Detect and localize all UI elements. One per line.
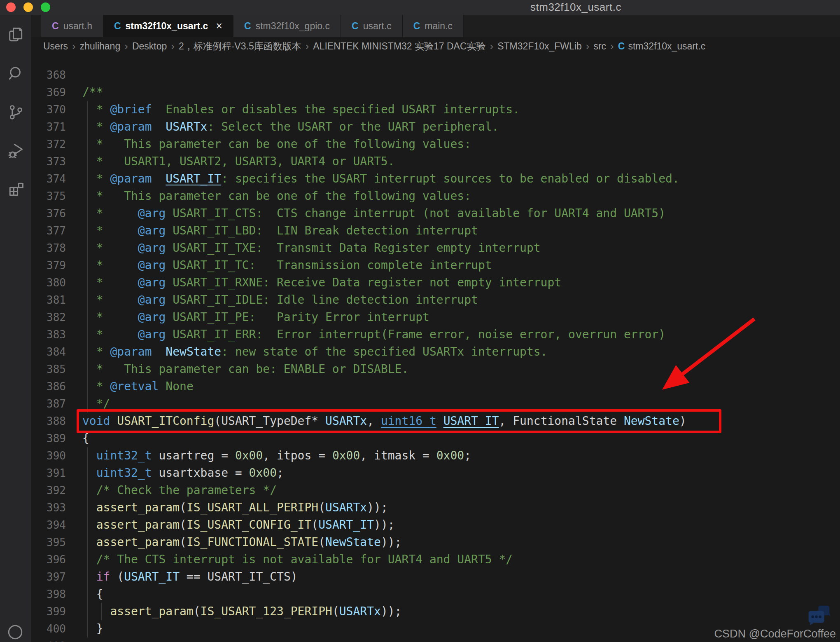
code-line[interactable]: 380 * @arg USART_IT_RXNE: Receive Data r… [31, 274, 840, 291]
code-line[interactable]: 398 { [31, 586, 840, 603]
breadcrumb-item[interactable]: Users [43, 41, 68, 52]
explorer-icon[interactable] [7, 26, 25, 44]
zoom-button[interactable] [41, 2, 50, 12]
source-control-icon[interactable] [7, 103, 25, 121]
code-line[interactable]: 370 * @brief Enables or disables the spe… [31, 101, 840, 118]
line-number[interactable]: 377 [31, 222, 66, 239]
breadcrumb-item[interactable]: ALIENTEK MINISTM32 实验17 DAC实验 [313, 40, 485, 53]
code-line[interactable]: 382 * @arg USART_IT_PE: Parity Error int… [31, 309, 840, 326]
line-number[interactable]: 383 [31, 326, 66, 343]
code-line[interactable]: 373 * USART1, USART2, USART3, UART4 or U… [31, 153, 840, 170]
line-number[interactable]: 370 [31, 101, 66, 118]
code-line[interactable]: 389{ [31, 430, 840, 447]
code-line[interactable]: 386 * @retval None [31, 378, 840, 395]
code-line[interactable]: 369/** [31, 84, 840, 101]
code-line[interactable]: 371 * @param USARTx: Select the USART or… [31, 118, 840, 136]
code-line[interactable]: 387 */ [31, 395, 840, 412]
line-number[interactable]: 384 [31, 343, 66, 361]
breadcrumb-file-item[interactable]: Cstm32f10x_usart.c [618, 41, 706, 52]
breadcrumb-item[interactable]: Desktop [132, 41, 167, 52]
c-language-icon: C [52, 21, 59, 32]
minimize-button[interactable] [23, 2, 33, 12]
code-line[interactable]: 368 [31, 66, 840, 84]
breadcrumb-item[interactable]: src [593, 41, 606, 52]
code-text: assert_param(IS_USART_ALL_PERIPH(USARTx)… [82, 499, 388, 516]
code-line[interactable]: 393 assert_param(IS_USART_ALL_PERIPH(USA… [31, 499, 840, 516]
line-number[interactable]: 380 [31, 274, 66, 291]
line-number[interactable]: 385 [31, 361, 66, 378]
line-number[interactable]: 368 [31, 66, 66, 84]
line-number[interactable]: 379 [31, 257, 66, 274]
line-number[interactable]: 376 [31, 205, 66, 222]
line-number[interactable]: 389 [31, 430, 66, 447]
line-number[interactable]: 401 [31, 637, 66, 642]
tab-stm32f10x_gpio.c[interactable]: Cstm32f10x_gpio.c [233, 15, 341, 37]
tab-usart.c[interactable]: Cusart.c [341, 15, 403, 37]
c-language-icon: C [413, 21, 420, 32]
code-line[interactable]: 390 uint32_t usartreg = 0x00, itpos = 0x… [31, 447, 840, 464]
line-number[interactable]: 393 [31, 499, 66, 516]
line-number[interactable]: 378 [31, 239, 66, 257]
code-line[interactable]: 374 * @param USART_IT: specifies the USA… [31, 170, 840, 187]
line-number[interactable]: 375 [31, 187, 66, 205]
code-text: /* The CTS interrupt is not available fo… [82, 551, 513, 568]
code-line[interactable]: 384 * @param NewState: new state of the … [31, 343, 840, 361]
code-line[interactable]: 394 assert_param(IS_USART_CONFIG_IT(USAR… [31, 516, 840, 534]
line-number[interactable]: 374 [31, 170, 66, 187]
tab-stm32f10x_usart.c[interactable]: Cstm32f10x_usart.c× [103, 15, 233, 37]
breadcrumb-item[interactable]: STM32F10x_FWLib [497, 41, 582, 52]
code-editor: 368369/**370 * @brief Enables or disable… [31, 56, 840, 642]
search-icon[interactable] [7, 64, 25, 82]
line-number[interactable]: 381 [31, 291, 66, 309]
code-line[interactable]: 379 * @arg USART_IT_TC: Transmission com… [31, 257, 840, 274]
tab-main.c[interactable]: Cmain.c [403, 15, 464, 37]
line-number[interactable]: 369 [31, 84, 66, 101]
line-number[interactable]: 372 [31, 136, 66, 153]
line-number[interactable]: 400 [31, 620, 66, 637]
code-line[interactable]: 395 assert_param(IS_FUNCTIONAL_STATE(New… [31, 534, 840, 551]
code-line[interactable]: 397 if (USART_IT == USART_IT_CTS) [31, 568, 840, 586]
breadcrumb-item[interactable]: 2，标准例程-V3.5库函数版本 [179, 40, 301, 53]
code-line[interactable]: 391 uint32_t usartxbase = 0x00; [31, 464, 840, 482]
account-icon[interactable] [6, 623, 24, 641]
run-and-debug-icon[interactable] [7, 142, 25, 160]
code-text: */ [82, 395, 110, 412]
line-number[interactable]: 396 [31, 551, 66, 568]
line-number[interactable]: 390 [31, 447, 66, 464]
line-number[interactable]: 388 [31, 412, 66, 430]
code-line[interactable]: 392 /* Check the parameters */ [31, 482, 840, 499]
line-number[interactable]: 382 [31, 309, 66, 326]
code-line[interactable]: 388void USART_ITConfig(USART_TypeDef* US… [31, 412, 840, 430]
line-number[interactable]: 392 [31, 482, 66, 499]
line-number[interactable]: 397 [31, 568, 66, 586]
line-number[interactable]: 399 [31, 603, 66, 620]
tab-label: main.c [425, 21, 453, 32]
code-text: { [82, 586, 103, 603]
extensions-icon[interactable] [7, 180, 25, 199]
code-line[interactable]: 372 * This parameter can be one of the f… [31, 136, 840, 153]
code-line[interactable]: 381 * @arg USART_IT_IDLE: Idle line dete… [31, 291, 840, 309]
code-line[interactable]: 378 * @arg USART_IT_TXE: Transmit Data R… [31, 239, 840, 257]
code-line[interactable]: 383 * @arg USART_IT_ERR: Error interrupt… [31, 326, 840, 343]
close-button[interactable] [6, 2, 16, 12]
code-line[interactable]: 396 /* The CTS interrupt is not availabl… [31, 551, 840, 568]
line-number[interactable]: 386 [31, 378, 66, 395]
code-line[interactable]: 375 * This parameter can be one of the f… [31, 187, 840, 205]
line-number[interactable]: 387 [31, 395, 66, 412]
code-text: * @arg USART_IT_IDLE: Idle line detectio… [82, 291, 478, 309]
line-number[interactable]: 395 [31, 534, 66, 551]
tab-label: usart.c [363, 21, 392, 32]
line-number[interactable]: 373 [31, 153, 66, 170]
breadcrumb-item[interactable]: zhulihang [80, 41, 120, 52]
code-line[interactable]: 385 * This parameter can be: ENABLE or D… [31, 361, 840, 378]
line-number[interactable]: 398 [31, 586, 66, 603]
tab-usart.h[interactable]: Cusart.h [41, 15, 103, 37]
code-line[interactable]: 377 * @arg USART_IT_LBD: LIN Break detec… [31, 222, 840, 239]
line-number[interactable]: 394 [31, 516, 66, 534]
code-line[interactable]: 376 * @arg USART_IT_CTS: CTS change inte… [31, 205, 840, 222]
close-tab-icon[interactable]: × [216, 21, 222, 32]
breadcrumb-separator-icon: › [170, 40, 175, 53]
code-line[interactable]: 399 assert_param(IS_USART_123_PERIPH(USA… [31, 603, 840, 620]
line-number[interactable]: 391 [31, 464, 66, 482]
line-number[interactable]: 371 [31, 118, 66, 136]
